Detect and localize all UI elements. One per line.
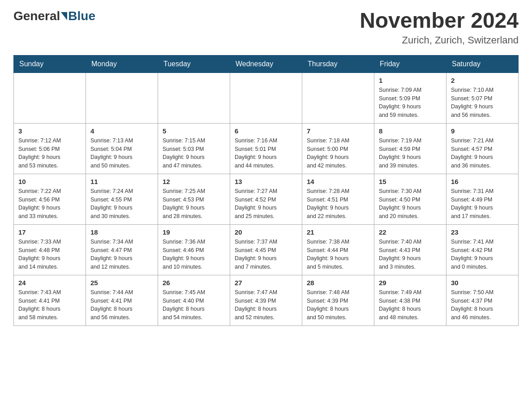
calendar-cell: 30Sunrise: 7:50 AM Sunset: 4:37 PM Dayli… <box>446 275 519 325</box>
calendar-header-row: Sunday Monday Tuesday Wednesday Thursday… <box>14 55 519 73</box>
calendar-cell: 28Sunrise: 7:48 AM Sunset: 4:39 PM Dayli… <box>302 275 374 325</box>
header-wednesday: Wednesday <box>230 55 302 73</box>
calendar-cell <box>230 73 302 123</box>
day-info: Sunrise: 7:50 AM Sunset: 4:37 PM Dayligh… <box>451 288 514 322</box>
calendar-cell: 26Sunrise: 7:45 AM Sunset: 4:40 PM Dayli… <box>158 275 230 325</box>
day-info: Sunrise: 7:38 AM Sunset: 4:44 PM Dayligh… <box>307 238 369 271</box>
day-info: Sunrise: 7:12 AM Sunset: 5:06 PM Dayligh… <box>18 137 81 170</box>
day-number: 12 <box>163 178 225 185</box>
week-row-2: 3Sunrise: 7:12 AM Sunset: 5:06 PM Daylig… <box>14 123 519 174</box>
day-info: Sunrise: 7:22 AM Sunset: 4:56 PM Dayligh… <box>18 187 81 221</box>
logo-general-text: General <box>13 9 60 23</box>
day-number: 4 <box>90 127 153 135</box>
day-info: Sunrise: 7:43 AM Sunset: 4:41 PM Dayligh… <box>18 288 81 322</box>
calendar-cell: 4Sunrise: 7:13 AM Sunset: 5:04 PM Daylig… <box>86 123 158 174</box>
calendar-cell: 11Sunrise: 7:24 AM Sunset: 4:55 PM Dayli… <box>86 174 158 224</box>
day-info: Sunrise: 7:36 AM Sunset: 4:46 PM Dayligh… <box>163 238 225 271</box>
day-info: Sunrise: 7:10 AM Sunset: 5:07 PM Dayligh… <box>451 86 514 120</box>
calendar-title: November 2024 Zurich, Zurich, Switzerlan… <box>360 9 519 46</box>
day-number: 30 <box>451 279 514 287</box>
calendar-cell: 17Sunrise: 7:33 AM Sunset: 4:48 PM Dayli… <box>14 224 86 275</box>
logo-arrow-icon <box>61 12 67 20</box>
day-number: 7 <box>307 127 369 135</box>
day-info: Sunrise: 7:45 AM Sunset: 4:40 PM Dayligh… <box>163 288 225 322</box>
day-info: Sunrise: 7:49 AM Sunset: 4:38 PM Dayligh… <box>379 288 442 322</box>
calendar-cell: 29Sunrise: 7:49 AM Sunset: 4:38 PM Dayli… <box>374 275 446 325</box>
calendar-table: Sunday Monday Tuesday Wednesday Thursday… <box>13 55 519 326</box>
day-number: 2 <box>451 77 514 84</box>
day-info: Sunrise: 7:41 AM Sunset: 4:42 PM Dayligh… <box>451 238 514 271</box>
day-info: Sunrise: 7:16 AM Sunset: 5:01 PM Dayligh… <box>235 137 297 170</box>
day-info: Sunrise: 7:27 AM Sunset: 4:52 PM Dayligh… <box>235 187 297 221</box>
day-number: 16 <box>451 178 514 185</box>
calendar-cell <box>14 73 86 123</box>
week-row-1: 1Sunrise: 7:09 AM Sunset: 5:09 PM Daylig… <box>14 73 519 123</box>
day-number: 10 <box>18 178 81 185</box>
day-number: 26 <box>163 279 225 287</box>
day-number: 27 <box>235 279 297 287</box>
calendar-cell: 8Sunrise: 7:19 AM Sunset: 4:59 PM Daylig… <box>374 123 446 174</box>
header-saturday: Saturday <box>446 55 519 73</box>
day-info: Sunrise: 7:15 AM Sunset: 5:03 PM Dayligh… <box>163 137 225 170</box>
day-info: Sunrise: 7:37 AM Sunset: 4:45 PM Dayligh… <box>235 238 297 271</box>
day-number: 20 <box>235 228 297 236</box>
day-number: 29 <box>379 279 442 287</box>
header-monday: Monday <box>86 55 158 73</box>
day-info: Sunrise: 7:25 AM Sunset: 4:53 PM Dayligh… <box>163 187 225 221</box>
calendar-cell: 5Sunrise: 7:15 AM Sunset: 5:03 PM Daylig… <box>158 123 230 174</box>
day-number: 6 <box>235 127 297 135</box>
day-number: 17 <box>18 228 81 236</box>
day-number: 21 <box>307 228 369 236</box>
day-number: 9 <box>451 127 514 135</box>
calendar-cell: 14Sunrise: 7:28 AM Sunset: 4:51 PM Dayli… <box>302 174 374 224</box>
day-info: Sunrise: 7:13 AM Sunset: 5:04 PM Dayligh… <box>90 137 153 170</box>
day-number: 18 <box>90 228 153 236</box>
day-number: 8 <box>379 127 442 135</box>
day-number: 5 <box>163 127 225 135</box>
day-number: 3 <box>18 127 81 135</box>
header-tuesday: Tuesday <box>158 55 230 73</box>
day-info: Sunrise: 7:19 AM Sunset: 4:59 PM Dayligh… <box>379 137 442 170</box>
day-info: Sunrise: 7:33 AM Sunset: 4:48 PM Dayligh… <box>18 238 81 271</box>
calendar-cell: 16Sunrise: 7:31 AM Sunset: 4:49 PM Dayli… <box>446 174 519 224</box>
day-info: Sunrise: 7:31 AM Sunset: 4:49 PM Dayligh… <box>451 187 514 221</box>
day-info: Sunrise: 7:28 AM Sunset: 4:51 PM Dayligh… <box>307 187 369 221</box>
week-row-3: 10Sunrise: 7:22 AM Sunset: 4:56 PM Dayli… <box>14 174 519 224</box>
day-number: 24 <box>18 279 81 287</box>
header-sunday: Sunday <box>14 55 86 73</box>
day-info: Sunrise: 7:47 AM Sunset: 4:39 PM Dayligh… <box>235 288 297 322</box>
calendar-cell: 12Sunrise: 7:25 AM Sunset: 4:53 PM Dayli… <box>158 174 230 224</box>
logo: General Blue <box>13 9 95 23</box>
logo-blue-text: Blue <box>68 9 95 23</box>
calendar-cell <box>86 73 158 123</box>
calendar-cell: 3Sunrise: 7:12 AM Sunset: 5:06 PM Daylig… <box>14 123 86 174</box>
day-info: Sunrise: 7:48 AM Sunset: 4:39 PM Dayligh… <box>307 288 369 322</box>
day-number: 13 <box>235 178 297 185</box>
day-info: Sunrise: 7:30 AM Sunset: 4:50 PM Dayligh… <box>379 187 442 221</box>
calendar-cell: 6Sunrise: 7:16 AM Sunset: 5:01 PM Daylig… <box>230 123 302 174</box>
day-info: Sunrise: 7:40 AM Sunset: 4:43 PM Dayligh… <box>379 238 442 271</box>
day-info: Sunrise: 7:44 AM Sunset: 4:41 PM Dayligh… <box>90 288 153 322</box>
day-number: 22 <box>379 228 442 236</box>
calendar-cell: 10Sunrise: 7:22 AM Sunset: 4:56 PM Dayli… <box>14 174 86 224</box>
calendar-cell: 25Sunrise: 7:44 AM Sunset: 4:41 PM Dayli… <box>86 275 158 325</box>
day-info: Sunrise: 7:24 AM Sunset: 4:55 PM Dayligh… <box>90 187 153 221</box>
week-row-4: 17Sunrise: 7:33 AM Sunset: 4:48 PM Dayli… <box>14 224 519 275</box>
page-header: General Blue November 2024 Zurich, Zuric… <box>13 9 519 46</box>
day-number: 15 <box>379 178 442 185</box>
calendar-cell: 22Sunrise: 7:40 AM Sunset: 4:43 PM Dayli… <box>374 224 446 275</box>
calendar-cell: 20Sunrise: 7:37 AM Sunset: 4:45 PM Dayli… <box>230 224 302 275</box>
calendar-cell: 21Sunrise: 7:38 AM Sunset: 4:44 PM Dayli… <box>302 224 374 275</box>
header-friday: Friday <box>374 55 446 73</box>
calendar-cell: 1Sunrise: 7:09 AM Sunset: 5:09 PM Daylig… <box>374 73 446 123</box>
day-info: Sunrise: 7:21 AM Sunset: 4:57 PM Dayligh… <box>451 137 514 170</box>
day-info: Sunrise: 7:09 AM Sunset: 5:09 PM Dayligh… <box>379 86 442 120</box>
week-row-5: 24Sunrise: 7:43 AM Sunset: 4:41 PM Dayli… <box>14 275 519 325</box>
header-thursday: Thursday <box>302 55 374 73</box>
calendar-cell: 18Sunrise: 7:34 AM Sunset: 4:47 PM Dayli… <box>86 224 158 275</box>
calendar-cell: 13Sunrise: 7:27 AM Sunset: 4:52 PM Dayli… <box>230 174 302 224</box>
day-info: Sunrise: 7:34 AM Sunset: 4:47 PM Dayligh… <box>90 238 153 271</box>
calendar-cell: 27Sunrise: 7:47 AM Sunset: 4:39 PM Dayli… <box>230 275 302 325</box>
calendar-cell: 19Sunrise: 7:36 AM Sunset: 4:46 PM Dayli… <box>158 224 230 275</box>
calendar-cell <box>302 73 374 123</box>
